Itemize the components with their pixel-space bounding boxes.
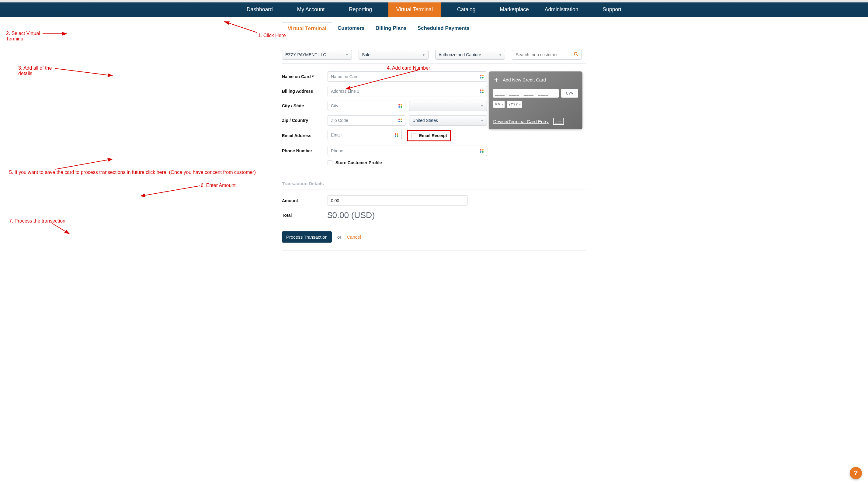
zip-input[interactable]: Zip Code: [328, 115, 405, 126]
store-profile-option[interactable]: Store Customer Profile: [328, 160, 487, 165]
device-terminal-link[interactable]: Device/Terminal Card Entry: [493, 118, 564, 125]
svg-line-6: [55, 159, 113, 169]
autofill-icon: [398, 104, 403, 108]
autofill-icon: [395, 133, 399, 137]
credit-card-panel: ＋ Add New Credit Card ____ - ____ - ____…: [489, 71, 582, 129]
card-reader-icon: [553, 118, 564, 125]
arrow-4: [344, 67, 423, 92]
txn-type-value: Sale: [362, 52, 370, 57]
phone-placeholder: Phone: [331, 148, 343, 153]
chevron-down-icon: ▼: [499, 53, 502, 57]
autofill-icon: [480, 89, 484, 93]
svg-line-5: [345, 70, 420, 89]
state-select[interactable]: ▼: [409, 101, 487, 111]
cancel-link[interactable]: Cancel: [347, 234, 361, 239]
cvv-input[interactable]: CVV: [561, 89, 578, 98]
autofill-icon: [480, 75, 484, 78]
email-receipt-label: Email Receipt: [419, 133, 447, 138]
tx-section-title: Transaction Details: [282, 181, 586, 189]
merchant-select-value: EZZY PAYMENT LLC: [285, 52, 326, 57]
label-total: Total: [282, 213, 328, 218]
device-link-label: Device/Terminal Card Entry: [493, 119, 549, 124]
card-panel-title: Add New Credit Card: [503, 77, 546, 83]
chevron-down-icon: ▼: [480, 119, 484, 122]
zip-placeholder: Zip Code: [331, 118, 348, 123]
customer-search-input[interactable]: [515, 52, 574, 58]
top-nav: Dashboard My Account Reporting Virtual T…: [0, 0, 868, 17]
exp-month-select[interactable]: MM ▾: [493, 101, 505, 108]
email-input[interactable]: Email: [328, 130, 402, 140]
transaction-details: Transaction Details Amount 0.00 Total $0…: [282, 181, 586, 251]
nav-administration[interactable]: Administration: [537, 2, 586, 17]
auth-mode-select[interactable]: Authorize and Capture ▼: [435, 50, 505, 60]
autofill-icon: [480, 149, 484, 153]
nav-marketplace[interactable]: Marketplace: [492, 2, 536, 17]
tab-scheduled-payments[interactable]: Scheduled Payments: [412, 22, 475, 35]
merchant-select[interactable]: EZZY PAYMENT LLC ▼: [282, 50, 352, 60]
city-placeholder: City: [331, 103, 338, 108]
chevron-down-icon: ▼: [345, 53, 348, 57]
country-select[interactable]: United States ▼: [409, 115, 487, 126]
label-email: Email Address: [282, 133, 328, 138]
autofill-icon: [398, 119, 403, 122]
phone-input[interactable]: Phone: [328, 146, 487, 156]
city-input[interactable]: City: [328, 101, 405, 111]
svg-line-7: [141, 186, 200, 196]
label-billing-address: Billing Address: [282, 89, 328, 94]
label-phone: Phone Number: [282, 148, 328, 153]
anno-6: 6. Enter Amount: [201, 183, 236, 188]
anno-2: 2. Select Virtual Terminal: [6, 31, 49, 42]
or-text: or: [337, 234, 341, 239]
nav-catalog[interactable]: Catalog: [449, 2, 483, 17]
process-transaction-button[interactable]: Process Transaction: [282, 231, 332, 243]
exp-year-select[interactable]: YYYY ▾: [507, 101, 522, 108]
nav-reporting[interactable]: Reporting: [341, 2, 380, 17]
chevron-down-icon: ▼: [480, 104, 484, 108]
arrow-5: [55, 158, 116, 170]
anno-5: 5. If you want to save the card to proce…: [9, 170, 271, 175]
label-zip-country: Zip / Country: [282, 118, 328, 123]
chevron-down-icon: ▼: [422, 53, 425, 57]
label-amount: Amount: [282, 198, 328, 203]
email-receipt-option[interactable]: Email Receipt: [407, 130, 451, 141]
chevron-down-icon: ▾: [519, 103, 521, 106]
subtabs: Virtual Terminal Customers Billing Plans…: [282, 22, 586, 35]
arrow-3: [55, 66, 116, 77]
tab-billing-plans[interactable]: Billing Plans: [370, 22, 412, 35]
country-value: United States: [412, 118, 438, 123]
total-value: $0.00 (USD): [328, 211, 375, 220]
filter-row: EZZY PAYMENT LLC ▼ Sale ▼ Authorize and …: [282, 50, 586, 64]
svg-line-1: [577, 55, 578, 56]
email-receipt-checkbox[interactable]: [411, 133, 416, 138]
txn-type-select[interactable]: Sale ▼: [359, 50, 429, 60]
nav-support[interactable]: Support: [595, 2, 629, 17]
arrow-7: [52, 222, 73, 236]
email-placeholder: Email: [331, 133, 342, 137]
plus-icon[interactable]: ＋: [493, 75, 500, 84]
customer-search[interactable]: [512, 50, 582, 60]
card-number-mask: ____ - ____ - ____ - ____: [495, 91, 548, 96]
arrow-2: [42, 31, 73, 37]
search-icon[interactable]: [574, 52, 579, 58]
label-name-on-card: Name on Card *: [282, 74, 328, 79]
amount-input[interactable]: 0.00: [328, 195, 467, 206]
svg-line-8: [52, 223, 69, 234]
nav-virtual-terminal[interactable]: Virtual Terminal: [389, 2, 441, 17]
nav-dashboard[interactable]: Dashboard: [239, 2, 281, 17]
exp-year-value: YYYY: [508, 102, 518, 106]
store-profile-checkbox[interactable]: [328, 160, 333, 165]
exp-month-value: MM: [495, 102, 501, 106]
store-profile-label: Store Customer Profile: [336, 160, 382, 165]
nav-my-account[interactable]: My Account: [289, 2, 333, 17]
svg-line-2: [224, 22, 257, 33]
auth-mode-value: Authorize and Capture: [439, 52, 481, 57]
label-city-state: City / State: [282, 103, 328, 108]
arrow-6: [139, 185, 203, 198]
tab-virtual-terminal[interactable]: Virtual Terminal: [282, 22, 332, 35]
svg-line-4: [55, 68, 113, 76]
chevron-down-icon: ▾: [502, 103, 503, 106]
arrow-1: [219, 20, 265, 38]
anno-3: 3. Add all of the details: [18, 65, 61, 76]
tab-customers[interactable]: Customers: [332, 22, 370, 35]
card-number-input[interactable]: ____ - ____ - ____ - ____: [493, 89, 559, 98]
